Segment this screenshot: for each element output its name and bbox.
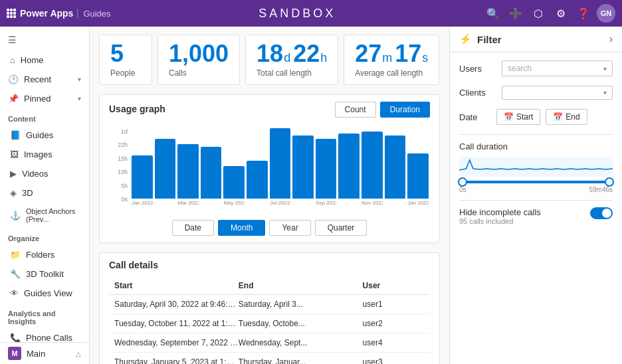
sidebar-item-guides[interactable]: 📘 Guides: [0, 126, 89, 145]
avatar[interactable]: GN: [597, 4, 615, 23]
cell-end-0: Saturday, April 3...: [239, 300, 363, 309]
count-button[interactable]: Count: [335, 102, 376, 118]
hide-incomplete-toggle[interactable]: [590, 207, 613, 219]
sidebar-item-object-anchors[interactable]: ⚓ Object Anchors (Prev...: [0, 203, 89, 228]
users-filter-row: Users search ▾: [459, 60, 613, 76]
bar-8: [316, 139, 337, 199]
sidebar-label-guides-view: Guides View: [24, 288, 72, 298]
avg-number: 27m 17s: [355, 42, 428, 66]
folders-icon: 📁: [10, 250, 21, 260]
x-label-9: [338, 200, 360, 211]
bar-12: [407, 153, 429, 199]
y-label-3: 10h: [109, 169, 128, 175]
filter-divider-2: [459, 200, 613, 201]
sidebar-item-recent[interactable]: 🕐 Recent ▾: [0, 70, 89, 89]
hide-incomplete-text: Hide incomplete calls 95 calls included: [459, 207, 541, 225]
sidebar-label-recent: Recent: [24, 74, 51, 84]
table-row[interactable]: Wednesday, September 7, 2022 at 8:47:46 …: [109, 333, 430, 353]
quarter-button[interactable]: Quarter: [315, 220, 367, 236]
bars-area: Jan 2022Mar 2022May 2022Jul 2022Sep 2022…: [130, 128, 430, 215]
phone-icon: 📞: [10, 333, 21, 343]
call-details-box: Call details Start End User Saturday, Ap…: [99, 252, 440, 364]
y-label-6: 1d: [109, 128, 128, 135]
col-user: User: [363, 281, 425, 290]
call-duration-label: Call duration: [459, 141, 613, 151]
sidebar-bottom[interactable]: M Main △: [0, 342, 89, 364]
users-input[interactable]: search ▾: [502, 60, 613, 76]
help-icon[interactable]: ❓: [574, 4, 593, 23]
table-row[interactable]: Thursday, January 5, 2023 at 1:59:16 AM …: [109, 353, 430, 364]
duration-max-label: 59m46s: [589, 186, 613, 193]
sidebar-item-3d-toolkit[interactable]: 🔧 3D Toolkit: [0, 264, 89, 284]
cell-end-1: Tuesday, Octobe...: [239, 319, 363, 328]
hide-incomplete-label: Hide incomplete calls: [459, 207, 541, 217]
collapse-icon[interactable]: ›: [609, 33, 613, 45]
slider-track[interactable]: [459, 181, 613, 183]
add-icon[interactable]: ➕: [506, 4, 525, 23]
x-label-7: [292, 200, 314, 211]
sidebar-item-folders[interactable]: 📁 Folders: [0, 245, 89, 264]
start-date-button[interactable]: 📅 Start: [496, 109, 540, 125]
pin-icon: 📌: [8, 94, 19, 104]
cell-user-3: user3: [363, 357, 425, 364]
topbar-actions: 🔍 ➕ ⬡ ⚙ ❓ GN: [484, 4, 615, 23]
filter-divider: [459, 134, 613, 135]
search-icon[interactable]: 🔍: [484, 4, 502, 23]
end-date-button[interactable]: 📅 End: [546, 109, 587, 125]
cell-end-3: Thursday, Januar...: [239, 357, 363, 364]
calls-card: 1,000 Calls: [157, 35, 240, 85]
toggle-thumb: [602, 209, 611, 218]
duration-button[interactable]: Duration: [380, 102, 430, 118]
y-axis: 1d 22h 15h 10h 5h 0s: [109, 128, 128, 215]
table-row[interactable]: Tuesday, October 11, 2022 at 1:45:30 PM …: [109, 314, 430, 333]
section-label: Guides: [77, 9, 110, 19]
avg-sec: 17: [395, 42, 421, 66]
guides-view-icon: 👁: [10, 288, 19, 298]
hide-incomplete-row: Hide incomplete calls 95 calls included: [459, 207, 613, 225]
sidebar-item-pinned[interactable]: 📌 Pinned ▾: [0, 89, 89, 108]
bar-5: [247, 161, 268, 199]
slider-thumb-left[interactable]: [458, 177, 467, 187]
cell-user-0: user1: [363, 300, 425, 309]
cell-start-2: Wednesday, September 7, 2022 at 8:47:46 …: [114, 338, 239, 347]
x-label-6: Jul 2022: [270, 200, 291, 211]
clients-input[interactable]: ▾: [502, 86, 613, 100]
sidebar-item-3d[interactable]: ◈ 3D: [0, 183, 89, 203]
usage-graph-title: Usage graph: [109, 104, 165, 114]
people-number: 5: [110, 42, 124, 66]
sidebar-label-guides: Guides: [26, 130, 53, 140]
date-label: Date: [459, 112, 496, 122]
sidebar-label-anchors: Object Anchors (Prev...: [26, 207, 81, 223]
toolkit-icon: 🔧: [10, 269, 21, 279]
users-dropdown-icon: ▾: [603, 65, 607, 72]
total-call-card: 18d 22h Total call length: [245, 35, 338, 85]
sidebar-item-home[interactable]: ⌂ Home: [0, 50, 89, 70]
x-label-5: [247, 200, 268, 211]
hamburger-menu[interactable]: ☰: [0, 29, 89, 50]
sidebar: ☰ ⌂ Home 🕐 Recent ▾ 📌 Pinned ▾ Content 📘…: [0, 27, 90, 364]
sidebar-label-phone: Phone Calls: [26, 333, 72, 343]
clients-filter-row: Clients ▾: [459, 86, 613, 100]
graph-controls: Count Duration: [335, 102, 430, 118]
date-button[interactable]: Date: [172, 220, 214, 236]
date-buttons: 📅 Start 📅 End: [496, 109, 587, 125]
total-label: Total call length: [257, 68, 312, 78]
slider-thumb-right[interactable]: [605, 177, 614, 187]
cell-user-2: user4: [363, 338, 425, 347]
cell-start-1: Tuesday, October 11, 2022 at 1:45:30 PM: [114, 319, 239, 328]
sidebar-item-guides-view[interactable]: 👁 Guides View: [0, 284, 89, 303]
avg-s-unit: s: [422, 52, 428, 64]
app-logo[interactable]: Power Apps: [7, 8, 73, 19]
settings-icon[interactable]: ⚙: [552, 4, 570, 23]
clients-dropdown-icon: ▾: [603, 89, 607, 96]
year-button[interactable]: Year: [269, 220, 310, 236]
table-row[interactable]: Saturday, April 30, 2022 at 9:46:51 PM S…: [109, 295, 430, 314]
filter-icon[interactable]: ⬡: [529, 4, 548, 23]
duration-sparkline: [459, 157, 613, 177]
sidebar-item-images[interactable]: 🖼 Images: [0, 145, 89, 164]
bar-0: [132, 155, 153, 199]
y-label-4: 15h: [109, 155, 128, 162]
sidebar-item-videos[interactable]: ▶ Videos: [0, 164, 89, 183]
people-label: People: [110, 68, 135, 78]
month-button[interactable]: Month: [218, 220, 265, 236]
